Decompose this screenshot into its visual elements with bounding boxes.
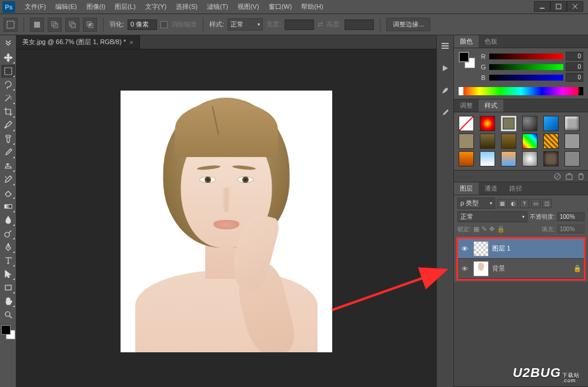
- visibility-icon[interactable]: 👁: [462, 265, 470, 272]
- fill-input[interactable]: [557, 225, 584, 233]
- rectangle-tool[interactable]: [1, 281, 15, 294]
- style-swatch[interactable]: [543, 134, 559, 149]
- menu-help[interactable]: 帮助(H): [296, 1, 328, 13]
- r-value[interactable]: [566, 52, 583, 61]
- filter-adjust-icon[interactable]: ◐: [509, 199, 518, 208]
- filter-pixel-icon[interactable]: ▦: [497, 199, 507, 208]
- gradient-tool[interactable]: [1, 200, 15, 213]
- clear-style-icon[interactable]: [554, 173, 561, 180]
- move-tool[interactable]: [1, 51, 15, 64]
- style-swatch[interactable]: [543, 151, 559, 166]
- hand-tool[interactable]: [1, 295, 15, 308]
- refine-edge-button[interactable]: 调整边缘...: [386, 18, 430, 31]
- style-swatch[interactable]: [543, 116, 559, 131]
- g-slider[interactable]: [489, 64, 563, 70]
- zoom-tool[interactable]: [1, 308, 15, 321]
- style-swatch[interactable]: [480, 116, 495, 131]
- maximize-button[interactable]: [550, 1, 567, 12]
- style-swatch[interactable]: [480, 151, 495, 166]
- expand-tools-icon[interactable]: [1, 38, 15, 51]
- selection-intersect-icon[interactable]: [83, 18, 97, 32]
- blur-tool[interactable]: [1, 213, 15, 226]
- selection-subtract-icon[interactable]: [65, 18, 79, 32]
- lock-transparent-icon[interactable]: ▦: [473, 225, 479, 233]
- brushes-panel-icon[interactable]: [439, 85, 451, 96]
- close-button[interactable]: [567, 1, 583, 12]
- clone-stamp-tool[interactable]: [1, 159, 15, 172]
- history-panel-icon[interactable]: [439, 40, 451, 52]
- eyedropper-tool[interactable]: [1, 119, 15, 132]
- eraser-tool[interactable]: [1, 186, 15, 199]
- menu-view[interactable]: 视图(V): [233, 1, 264, 13]
- style-swatch[interactable]: [459, 134, 474, 149]
- lock-pixels-icon[interactable]: ✎: [482, 225, 487, 233]
- dodge-tool[interactable]: [1, 227, 15, 240]
- canvas-viewport[interactable]: [16, 49, 436, 387]
- style-swatch[interactable]: [522, 151, 537, 166]
- brush-tool[interactable]: [1, 146, 15, 159]
- layer-row-background[interactable]: 👁 背景 🔒: [458, 259, 584, 279]
- style-swatch[interactable]: [501, 134, 516, 149]
- feather-input[interactable]: [128, 19, 157, 30]
- delete-style-icon[interactable]: [577, 173, 584, 180]
- style-swatch[interactable]: [501, 116, 516, 131]
- style-select[interactable]: 正常: [228, 18, 263, 31]
- new-style-icon[interactable]: [566, 173, 573, 180]
- lock-all-icon[interactable]: 🔒: [497, 225, 505, 233]
- menu-image[interactable]: 图像(I): [82, 1, 110, 13]
- menu-edit[interactable]: 编辑(E): [51, 1, 82, 13]
- menu-type[interactable]: 文字(Y): [141, 1, 172, 13]
- close-tab-icon[interactable]: ×: [129, 39, 133, 46]
- layer-name[interactable]: 背景: [492, 264, 570, 273]
- layer-row-layer1[interactable]: 👁 图层 1: [458, 239, 584, 259]
- minimize-button[interactable]: [534, 1, 550, 12]
- b-slider[interactable]: [489, 75, 563, 81]
- history-brush-tool[interactable]: [1, 173, 15, 186]
- filter-type-icon[interactable]: T: [520, 199, 529, 208]
- foreground-color-swatch[interactable]: [1, 325, 11, 335]
- layer-thumbnail[interactable]: [473, 261, 489, 276]
- magic-wand-tool[interactable]: [1, 92, 15, 105]
- tab-styles[interactable]: 样式: [479, 99, 503, 112]
- actions-panel-icon[interactable]: [439, 62, 451, 74]
- document-tab[interactable]: 美女.jpg @ 66.7% (图层 1, RGB/8) * ×: [16, 35, 140, 49]
- tab-channels[interactable]: 通道: [479, 182, 503, 195]
- lock-position-icon[interactable]: ✥: [489, 225, 495, 233]
- style-swatch[interactable]: [564, 151, 580, 166]
- style-swatch[interactable]: [459, 116, 474, 131]
- layer-name[interactable]: 图层 1: [492, 244, 580, 253]
- crop-tool[interactable]: [1, 105, 15, 118]
- filter-smart-icon[interactable]: ◫: [542, 199, 552, 208]
- layer-filter-kind[interactable]: ρ 类型: [457, 198, 495, 209]
- filter-shape-icon[interactable]: ▭: [531, 199, 540, 208]
- opacity-input[interactable]: [557, 212, 584, 221]
- lasso-tool[interactable]: [1, 78, 15, 91]
- selection-new-icon[interactable]: [30, 18, 44, 32]
- visibility-icon[interactable]: 👁: [462, 245, 470, 252]
- layer-thumbnail[interactable]: [473, 241, 489, 256]
- tab-color[interactable]: 颜色: [454, 35, 479, 48]
- color-spectrum[interactable]: [459, 87, 583, 95]
- style-swatch[interactable]: [459, 151, 474, 166]
- marquee-tool-preset-icon[interactable]: [4, 18, 18, 32]
- type-tool[interactable]: [1, 254, 15, 267]
- style-swatch[interactable]: [501, 151, 516, 166]
- color-panel-swatches[interactable]: [459, 52, 475, 68]
- tab-paths[interactable]: 路径: [503, 182, 528, 195]
- selection-add-icon[interactable]: [48, 18, 62, 32]
- style-swatch[interactable]: [522, 134, 537, 149]
- tab-swatches[interactable]: 色板: [479, 35, 503, 48]
- blend-mode-select[interactable]: 正常: [457, 211, 527, 222]
- menu-select[interactable]: 选择(S): [171, 1, 202, 13]
- style-swatch[interactable]: [564, 116, 580, 131]
- canvas[interactable]: [121, 91, 332, 352]
- r-slider[interactable]: [489, 54, 563, 59]
- b-value[interactable]: [566, 73, 583, 82]
- marquee-tool[interactable]: [1, 65, 15, 78]
- menu-filter[interactable]: 滤镜(T): [202, 1, 233, 13]
- menu-window[interactable]: 窗口(W): [264, 1, 297, 13]
- tab-layers[interactable]: 图层: [454, 182, 479, 195]
- pen-tool[interactable]: [1, 241, 15, 253]
- style-swatch[interactable]: [564, 134, 580, 149]
- menu-file[interactable]: 文件(F): [20, 1, 51, 13]
